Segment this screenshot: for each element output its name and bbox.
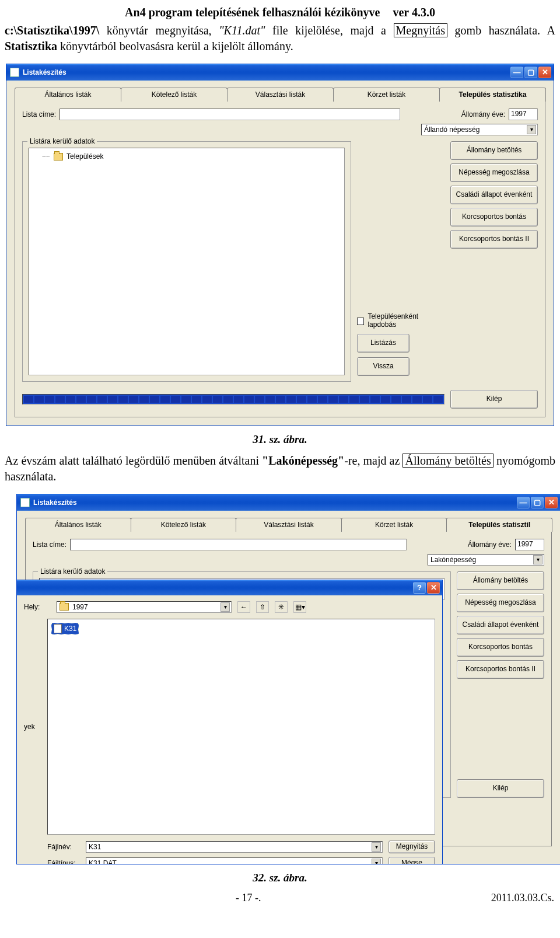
back-icon[interactable]: ← (237, 601, 250, 613)
listazas-button[interactable]: Listázás (357, 334, 410, 353)
mid-boxed: Állomány betöltés (402, 454, 493, 468)
csaladi-button[interactable]: Családi állapot évenként (450, 186, 538, 204)
intro-t3: gomb használata. A (447, 24, 555, 37)
hely-label: Hely: (24, 602, 51, 612)
korcsoportos2-button[interactable]: Korcsoportos bontás II (457, 660, 544, 679)
tab-altalanos[interactable]: Általános listák (25, 518, 131, 532)
folder-icon (54, 153, 63, 161)
csaladi-button[interactable]: Családi állapot évenként (457, 616, 544, 634)
mid-paragraph: Az évszám alatt található legördülő menü… (0, 453, 560, 489)
caption-32: 32. sz. ábra. (0, 870, 560, 885)
tab-korzet[interactable]: Körzet listák (333, 88, 440, 102)
header-version: ver 4.3.0 (393, 5, 435, 20)
close-button[interactable]: ✕ (538, 67, 551, 78)
lista-cime-label: Lista címe: (22, 110, 56, 119)
caption-31: 31. sz. ábra. (0, 432, 560, 447)
new-folder-icon[interactable]: ✳ (275, 601, 288, 613)
chevron-down-icon: ▾ (533, 555, 542, 564)
tab-valasztasi[interactable]: Választási listák (227, 88, 334, 102)
sidebar-cut-label: yek (24, 722, 41, 731)
page-footer: - 17 -. 2011.03.03.Cs. (0, 891, 560, 911)
tab-telepules-stat[interactable]: Település statisztika (439, 88, 546, 102)
intro-paragraph: c:\Statisztika\1997\ könyvtár megnyitása… (0, 23, 560, 59)
mid-t2: -re, majd az (344, 454, 402, 467)
korcsoportos-button[interactable]: Korcsoportos bontás (450, 208, 538, 226)
hely-select[interactable]: 1997 ▾ (57, 601, 232, 613)
maximize-button[interactable]: ▢ (531, 497, 544, 508)
open-button-ref: Megnyitás (394, 23, 447, 37)
intro-t1: könyvtár megnyitása, (99, 24, 219, 37)
window-title-2: Listakészítés (33, 498, 77, 507)
window-listakeszites-1: Listakészítés — ▢ ✕ Általános listák Köt… (6, 64, 554, 426)
app-icon (20, 498, 30, 507)
tab-altalanos[interactable]: Általános listák (15, 88, 121, 102)
fajlnev-value: K31 (89, 842, 101, 852)
open-file-dialog: ? ✕ Hely: 1997 ▾ ← ⇧ ✳ ▦▾ (17, 580, 443, 864)
intro-t4: könyvtárból beolvasásra kerül a kijelölt… (57, 40, 293, 53)
dialog-close-button[interactable]: ✕ (427, 582, 440, 594)
tab-kotelezo[interactable]: Kötelező listák (131, 518, 237, 532)
population-select[interactable]: Állandó népesség ▾ (421, 124, 538, 135)
allomany-eve-label: Állomány éve: (461, 110, 505, 119)
views-icon[interactable]: ▦▾ (293, 601, 306, 613)
tree-area[interactable]: ┈┈ Települések (29, 148, 345, 375)
allomany-eve-input[interactable]: 1997 (509, 109, 538, 120)
kilep-button[interactable]: Kilép (457, 779, 544, 798)
help-button[interactable]: ? (413, 582, 426, 594)
allomany-betoltes-button[interactable]: Állomány betöltés (450, 141, 538, 160)
tab-korzet[interactable]: Körzet listák (341, 518, 447, 532)
chevron-down-icon: ▾ (220, 602, 230, 612)
dialog-titlebar[interactable]: ? ✕ (17, 580, 442, 595)
window-title-1: Listakészítés (23, 68, 66, 77)
groupbox-legend: Listára kerülő adatok (27, 137, 97, 146)
titlebar-1[interactable]: Listakészítés — ▢ ✕ (6, 64, 554, 81)
allomany-betoltes-button[interactable]: Állomány betöltés (457, 571, 544, 590)
document-icon (54, 624, 62, 633)
tab-valasztasi[interactable]: Választási listák (236, 518, 342, 532)
nepesseg-button[interactable]: Népesség megoszlása (457, 594, 544, 612)
folder-icon (60, 603, 69, 611)
megnyitas-button[interactable]: Megnyitás (388, 841, 435, 853)
page-header: An4 program telepítésének felhasználói k… (0, 0, 560, 23)
vissza-button[interactable]: Vissza (357, 357, 410, 376)
tree-connector-icon: ┈┈ (42, 152, 50, 161)
lapdobas-label: Településenként lapdobás (368, 313, 444, 329)
intro-path: c:\Statisztika\1997\ (5, 24, 99, 37)
fajlnev-input[interactable]: K31 ▾ (86, 841, 383, 853)
tree-root-label: Települések (66, 152, 103, 161)
lista-cime-label: Lista címe: (33, 540, 66, 549)
page-number: - 17 -. (236, 891, 261, 905)
minimize-button[interactable]: — (510, 67, 523, 78)
lista-cime-input[interactable] (70, 539, 407, 550)
close-button[interactable]: ✕ (545, 497, 558, 508)
file-item-label: K31 (64, 624, 76, 633)
nepesseg-button[interactable]: Népesség megoszlása (450, 163, 538, 182)
groupbox-legend-2: Listára kerülő adatok (38, 567, 107, 576)
app-icon (10, 68, 19, 77)
korcsoportos2-button[interactable]: Korcsoportos bontás II (450, 230, 538, 249)
progress-bar (22, 394, 444, 405)
tab-telepules-stat[interactable]: Település statisztil (446, 518, 552, 532)
megse-button[interactable]: Mégse (388, 857, 435, 864)
korcsoportos-button[interactable]: Korcsoportos bontás (457, 638, 544, 657)
fajltipus-select[interactable]: K31.DAT ▾ (86, 857, 383, 864)
lapdobas-checkbox[interactable] (357, 318, 364, 325)
hely-value: 1997 (72, 602, 88, 612)
kilep-button[interactable]: Kilép (450, 390, 538, 409)
mid-bold: "Lakónépesség" (262, 454, 344, 467)
tab-kotelezo[interactable]: Kötelező listák (121, 88, 228, 102)
allomany-eve-input[interactable]: 1997 (515, 539, 544, 550)
lista-cime-input[interactable] (60, 109, 400, 120)
titlebar-2[interactable]: Listakészítés — ▢ ✕ (17, 494, 560, 511)
chevron-down-icon: ▾ (372, 842, 381, 852)
maximize-button[interactable]: ▢ (524, 67, 537, 78)
minimize-button[interactable]: — (517, 497, 530, 508)
population-select-value: Állandó népesség (424, 125, 480, 134)
lapdobas-row: Településenként lapdobás (357, 313, 444, 329)
fajlnev-label: Fájlnév: (47, 842, 80, 852)
up-folder-icon[interactable]: ⇧ (256, 601, 269, 613)
chevron-down-icon: ▾ (372, 859, 381, 864)
file-item-k31[interactable]: K31 (51, 623, 79, 634)
file-list[interactable]: K31 (47, 619, 435, 835)
population-select[interactable]: Lakónépesség ▾ (428, 554, 544, 566)
